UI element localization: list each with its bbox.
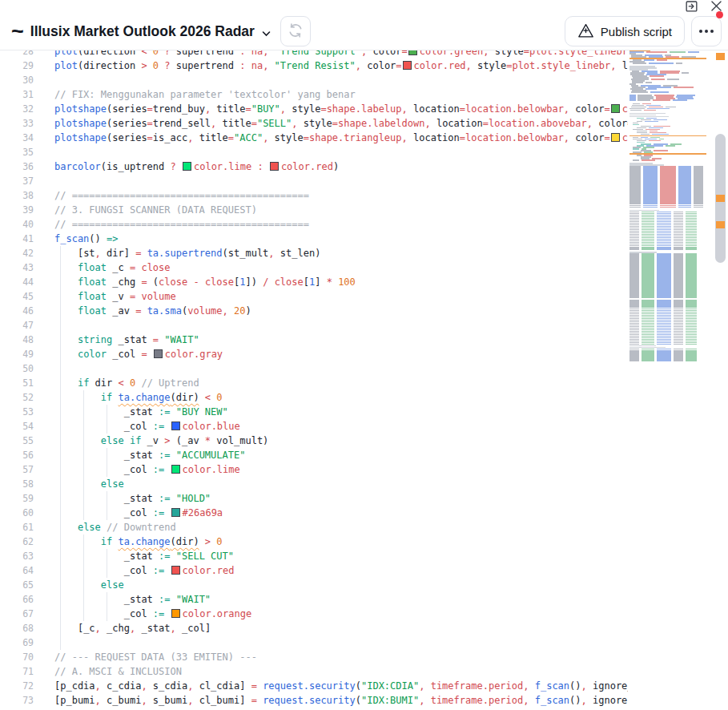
color-swatch[interactable] (171, 609, 180, 618)
code-line[interactable]: 59 _stat := "HOLD" (0, 491, 628, 506)
refresh-icon (287, 22, 304, 42)
code-token: title (216, 103, 245, 115)
line-number: 36 (0, 159, 34, 174)
more-options-button[interactable] (691, 16, 722, 46)
code-line[interactable]: 33plotshape(series=trend_sell, title="SE… (0, 116, 628, 131)
code-line[interactable]: 56 _stat := "ACCUMULATE" (0, 448, 628, 462)
code-line[interactable]: 57 _col := color.lime (0, 462, 628, 477)
code-token: * (205, 435, 216, 446)
color-swatch[interactable] (403, 61, 412, 70)
code-line[interactable]: 71// A. MSCI & INCLUSION (0, 664, 628, 679)
code-line[interactable]: 61 else // Downtrend (0, 520, 628, 535)
code-token: color.lime (183, 464, 240, 475)
indent-guide (107, 563, 107, 578)
code-token: = (228, 132, 234, 143)
code-line[interactable]: 53 _stat := "BUY NEW" (0, 405, 628, 419)
code-line[interactable]: 67 _col := color.orange (0, 607, 628, 621)
code-line[interactable]: 40// ===================================… (0, 217, 628, 232)
code-line[interactable]: 62 if ta.change(dir) > 0 (0, 535, 628, 549)
code-line[interactable]: 44 float _chg = (close - close[1]) / clo… (0, 275, 628, 289)
code-line[interactable]: 46 float _av = ta.sma(volume, 20) (0, 304, 628, 318)
color-swatch[interactable] (270, 162, 279, 171)
color-swatch[interactable] (611, 104, 620, 113)
code-line[interactable]: 69 (0, 635, 628, 650)
color-swatch[interactable] (154, 349, 163, 358)
code-line[interactable]: 70// --- REQUEST DATA (33 EMITEN) --- (0, 650, 628, 664)
code-token: _stat (118, 334, 152, 345)
code-line[interactable]: 36barcolor(is_uptrend ? color.lime : col… (0, 159, 628, 174)
code-token: _c (112, 262, 130, 273)
code-line[interactable]: 30 (0, 73, 628, 87)
code-line[interactable]: 34plotshape(series=is_acc, title="ACC", … (0, 131, 628, 145)
indent-guide (60, 304, 61, 318)
code-token: , (141, 680, 152, 692)
color-swatch[interactable] (611, 133, 620, 142)
code-token: = (147, 103, 153, 115)
color-swatch[interactable] (171, 465, 180, 474)
minimap[interactable] (628, 50, 710, 710)
code-line[interactable]: 73[p_bumi, c_bumi, s_bumi, cl_bumi] = re… (0, 693, 628, 708)
color-swatch[interactable] (171, 508, 180, 517)
code-pane[interactable]: 28plot(direction < 0 ? supertrend : na, … (0, 50, 628, 710)
code-line[interactable]: 29plot(direction > 0 ? supertrend : na, … (0, 58, 628, 73)
code-token: , (141, 695, 152, 706)
code-token: , (419, 680, 430, 692)
code-line[interactable]: 35 (0, 145, 628, 159)
code-token: c_bumi (107, 695, 141, 706)
scrollbar-track[interactable] (713, 50, 728, 710)
code-line[interactable]: 64 _col := color.red (0, 563, 628, 578)
code-line[interactable]: 66 _stat := "WAIT" (0, 592, 628, 607)
code-token: style (275, 132, 304, 143)
code-line[interactable]: 72[p_cdia, c_cdia, s_cdia, cl_cdia] = re… (0, 679, 628, 693)
code-line[interactable]: 60 _col := #26a69a (0, 506, 628, 520)
code-line[interactable]: 50 (0, 361, 628, 376)
code-token: title (223, 118, 251, 129)
code-line[interactable]: 68 [_c, _chg, _stat, _col] (0, 621, 628, 635)
indent-guide (107, 549, 107, 563)
sync-button[interactable] (280, 16, 311, 46)
code-line[interactable]: 39// 3. FUNGSI SCANNER (DATA REQUEST) (0, 203, 628, 217)
code-line[interactable]: 48 string _stat = "WAIT" (0, 333, 628, 347)
code-line[interactable]: 28plot(direction < 0 ? supertrend : na, … (0, 50, 628, 58)
code-token: vol_mult) (216, 435, 268, 446)
code-token: if (78, 377, 95, 389)
code-line[interactable]: 63 _stat := "SELL CUT" (0, 549, 628, 563)
publish-script-button[interactable]: Publish script (565, 16, 685, 46)
code-token: style (477, 60, 506, 71)
code-line[interactable]: 37 (0, 174, 628, 188)
code-token: _col (124, 608, 153, 619)
code-line[interactable]: 32plotshape(series=trend_buy, title="BUY… (0, 102, 628, 116)
color-swatch[interactable] (171, 422, 180, 430)
code-line[interactable]: 45 float _v = volume (0, 289, 628, 304)
code-line[interactable]: 51 if dir < 0 // Uptrend (0, 376, 628, 390)
color-swatch[interactable] (183, 162, 191, 171)
line-number: 32 (0, 102, 34, 116)
code-line[interactable]: 58 else (0, 477, 628, 491)
code-line[interactable]: 42 [st, dir] = ta.supertrend(st_mult, st… (0, 246, 628, 260)
script-title-dropdown[interactable]: Illusix Market Outlook 2026 Radar (30, 22, 271, 41)
indent-guide (83, 419, 84, 434)
code-line[interactable]: 43 float _c = close (0, 260, 628, 275)
line-number: 29 (0, 58, 34, 73)
code-line[interactable]: 47 (0, 318, 628, 333)
code-token: := (159, 551, 176, 562)
code-token: [st (78, 248, 95, 259)
color-swatch[interactable] (171, 566, 180, 575)
code-line[interactable]: 55 else if _v > (_av * vol_mult) (0, 434, 628, 448)
code-token: , (424, 118, 436, 129)
code-line[interactable]: 52 if ta.change(dir) < 0 (0, 390, 628, 405)
code-token: : (251, 161, 269, 172)
code-line[interactable]: 49 color _col = color.gray (0, 347, 628, 361)
code-token: float (78, 291, 112, 302)
code-token: plot (54, 60, 78, 71)
code-line[interactable]: 65 else (0, 578, 628, 592)
code-line[interactable]: 38// ===================================… (0, 188, 628, 203)
code-line[interactable]: 31// FIX: Menggunakan parameter 'textcol… (0, 87, 628, 102)
code-line[interactable]: 54 _col := color.blue (0, 419, 628, 434)
code-token: ]) (245, 276, 263, 288)
code-token: color (78, 349, 112, 360)
code-token: timeframe.period (431, 695, 524, 706)
code-line[interactable]: 41f_scan() => (0, 232, 628, 246)
popout-icon[interactable] (682, 0, 700, 14)
color-swatch[interactable] (408, 50, 417, 55)
